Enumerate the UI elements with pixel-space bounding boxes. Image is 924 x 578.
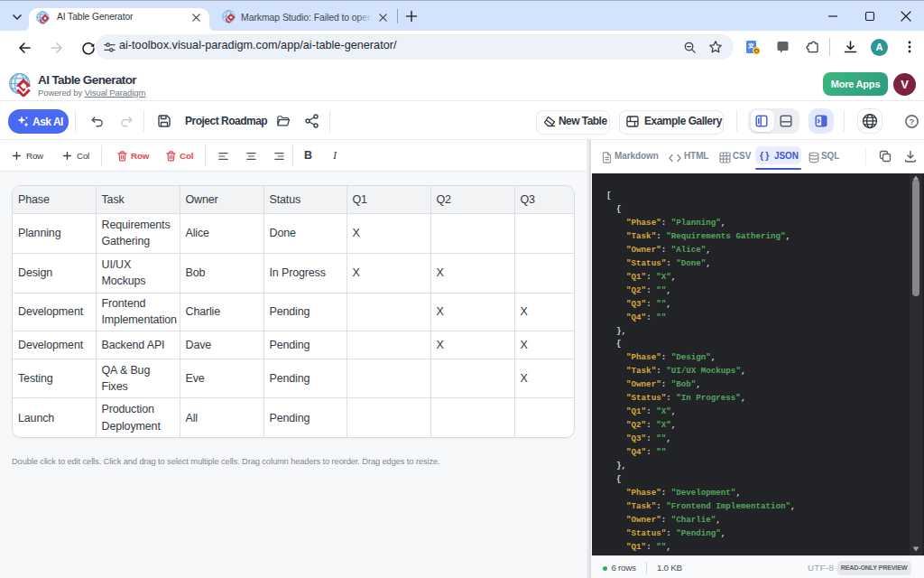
svg-text:?: ?: [910, 117, 915, 126]
